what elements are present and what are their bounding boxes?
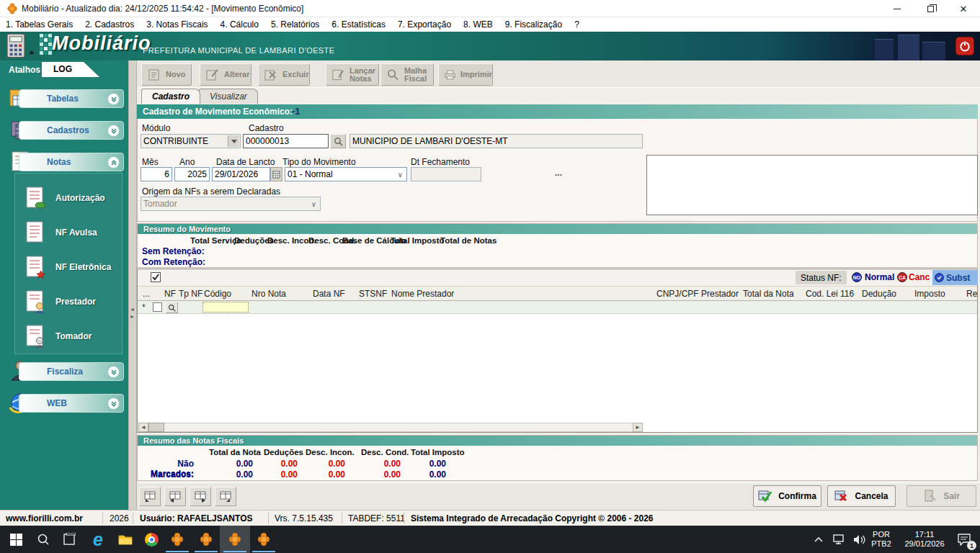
menu-fiscalizacao[interactable]: 9. Fiscalização xyxy=(505,19,562,30)
menu-exportacao[interactable]: 7. Exportação xyxy=(398,19,451,30)
modulo-select[interactable]: CONTRIBUINTE xyxy=(141,134,241,148)
close-button[interactable]: ✕ xyxy=(947,0,980,17)
sidebar-item-prestador[interactable]: Prestador xyxy=(22,286,135,318)
grid-hscrollbar[interactable] xyxy=(138,423,643,432)
restore-button[interactable] xyxy=(914,0,947,17)
hscroll-right-button[interactable]: ► xyxy=(633,423,643,432)
chevron-up-icon[interactable] xyxy=(107,156,120,168)
novo-button[interactable]: Novo xyxy=(141,63,192,86)
cadastro-search-button[interactable] xyxy=(330,134,346,148)
menu-web[interactable]: 8. WEB xyxy=(463,19,493,30)
taskbar-fiorilli-app-2[interactable] xyxy=(192,526,220,553)
grid-col-selector[interactable]: ... xyxy=(143,289,150,299)
nav-last-button[interactable] xyxy=(215,487,236,506)
grid-col-nro-nota[interactable]: Nro Nota xyxy=(251,289,286,299)
task-view-button[interactable] xyxy=(55,526,84,553)
hscroll-left-button[interactable]: ◄ xyxy=(138,423,148,432)
sidebar-group-notas[interactable]: Notas xyxy=(19,153,124,171)
start-button[interactable] xyxy=(1,526,30,553)
calendar-button[interactable] xyxy=(270,167,282,181)
grid-col-cnpj-prestador[interactable]: CNPJ/CPF Prestador xyxy=(656,289,739,299)
alterar-button[interactable]: Alterar xyxy=(200,63,251,86)
taskbar-ie-button[interactable]: e xyxy=(84,526,112,553)
tray-language-indicator[interactable]: PORPTB2 xyxy=(866,526,896,553)
menu-tabelas-gerais[interactable]: 1. Tabelas Gerais xyxy=(6,19,73,30)
taskbar-fiorilli-app-1[interactable] xyxy=(163,526,192,553)
confirma-button[interactable]: Confirma xyxy=(753,485,821,507)
grid-col-imposto[interactable]: Imposto xyxy=(914,289,945,299)
sidebar-group-cadastros[interactable]: Cadastros xyxy=(19,121,124,140)
chevron-down-icon[interactable] xyxy=(107,93,120,105)
sidebar-group-tabelas[interactable]: Tabelas xyxy=(19,89,124,108)
sidebar-tab-log[interactable]: LOG xyxy=(42,62,99,77)
menu-cadastros[interactable]: 2. Cadastros xyxy=(85,19,134,30)
tipo-movimento-select[interactable]: 01 - Normal ∨ xyxy=(285,167,407,181)
minimize-button[interactable] xyxy=(881,0,914,17)
tray-clock[interactable]: 17:1129/01/2026 xyxy=(898,526,951,553)
hscroll-thumb[interactable] xyxy=(148,423,164,432)
grid-new-row[interactable]: * xyxy=(138,301,977,314)
menu-calculo[interactable]: 4. Cálculo xyxy=(220,19,259,30)
origem-select[interactable]: Tomador ∨ xyxy=(141,197,321,211)
grid-col-deducao[interactable]: Dedução xyxy=(862,289,896,299)
grid-col-nf[interactable]: NF xyxy=(164,289,176,299)
grid-col-data-nf[interactable]: Data NF xyxy=(313,289,345,299)
sidebar-tab-atalhos[interactable]: Atalhos xyxy=(9,65,40,75)
tab-cadastro[interactable]: Cadastro xyxy=(141,89,200,104)
mes-input[interactable]: 6 xyxy=(141,167,172,181)
power-button[interactable] xyxy=(956,37,974,55)
taskbar-fiorilli-app-4[interactable] xyxy=(249,526,278,553)
codigo-cell-editing[interactable] xyxy=(202,302,249,313)
grid-col-codigo[interactable]: Código xyxy=(204,289,231,299)
ellipsis-button[interactable]: ... xyxy=(555,168,562,178)
tab-visualizar[interactable]: Visualizar xyxy=(199,89,258,104)
cancela-button[interactable]: Cancela xyxy=(827,485,896,507)
sidebar-group-web[interactable]: WEB xyxy=(19,394,124,413)
malha-fiscal-button[interactable]: Malha Fiscal xyxy=(380,63,434,86)
menu-estatisticas[interactable]: 6. Estatísticas xyxy=(331,19,386,30)
taskbar-search-button[interactable] xyxy=(29,526,58,553)
menu-relatorios[interactable]: 5. Relatórios xyxy=(271,19,319,30)
taskbar-explorer-button[interactable] xyxy=(111,526,140,553)
nav-next-button[interactable] xyxy=(190,487,211,506)
dt-fechamento-input[interactable] xyxy=(411,167,481,181)
taskbar-fiorilli-app-3-active[interactable] xyxy=(220,526,249,553)
sidebar-item-autorizacao[interactable]: Autorização xyxy=(22,182,135,214)
nav-prev-button[interactable] xyxy=(164,487,186,506)
chevron-down-icon[interactable] xyxy=(107,397,120,410)
data-lancto-input[interactable]: 29/01/2026 xyxy=(212,167,270,181)
notification-center-button[interactable]: 1 xyxy=(950,526,979,553)
grid-col-retencao[interactable]: Re xyxy=(966,289,977,299)
row-checkbox[interactable] xyxy=(153,302,162,312)
menu-help[interactable]: ? xyxy=(574,19,579,30)
menu-notas-fiscais[interactable]: 3. Notas Fiscais xyxy=(146,19,208,30)
sidebar-item-nf-eletronica[interactable]: NF Eletrônica xyxy=(22,251,135,283)
grid-col-lei116[interactable]: Cod. Lei 116 xyxy=(806,289,854,299)
sidebar-group-fiscaliza[interactable]: Fiscaliza xyxy=(19,362,124,381)
ano-input[interactable]: 2025 xyxy=(174,167,210,181)
status-subst-segment[interactable]: Subst xyxy=(932,270,978,285)
lancar-notas-button[interactable]: Lançar Notas xyxy=(326,63,379,86)
excluir-button[interactable]: Excluir xyxy=(258,63,310,86)
observation-memo[interactable] xyxy=(646,155,978,215)
grid-col-tpnf[interactable]: Tp NF xyxy=(179,289,202,299)
tray-network-button[interactable] xyxy=(829,526,850,553)
nav-first-button[interactable] xyxy=(139,487,161,506)
chevron-down-icon[interactable] xyxy=(107,125,120,137)
sidebar-splitter[interactable]: ◄ ► xyxy=(128,60,137,510)
status-normal-label[interactable]: Normal xyxy=(865,272,894,282)
grid-col-nome-prestador[interactable]: Nome Prestador xyxy=(391,289,454,299)
imprimir-button[interactable]: Imprimir xyxy=(438,63,493,86)
tray-expand-button[interactable] xyxy=(808,526,829,553)
sidebar-item-tomador[interactable]: Tomador xyxy=(22,320,135,352)
cadastro-input[interactable]: 000000013 xyxy=(243,134,329,148)
status-canc-label[interactable]: Canc xyxy=(909,272,930,282)
chevron-down-icon[interactable] xyxy=(107,366,120,378)
taskbar-chrome-button[interactable] xyxy=(137,526,166,553)
sair-button[interactable]: Sair xyxy=(906,485,976,507)
sidebar-item-nf-avulsa[interactable]: NF Avulsa xyxy=(22,217,135,248)
select-all-checkbox[interactable] xyxy=(151,272,161,282)
row-search-button[interactable] xyxy=(166,302,178,313)
grid-col-stsnf[interactable]: STSNF xyxy=(359,289,387,299)
grid-col-total-nota[interactable]: Total da Nota xyxy=(743,289,794,299)
